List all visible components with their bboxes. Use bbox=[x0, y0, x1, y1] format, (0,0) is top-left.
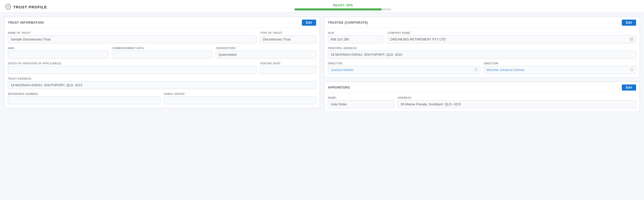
progress-bar-track bbox=[294, 8, 391, 10]
abn-input[interactable] bbox=[8, 51, 108, 59]
director1-label: DIRECTOR: bbox=[328, 62, 480, 65]
vesting-date-label: VESTING DATE: bbox=[260, 62, 316, 65]
trustee-corporate-title: TRUSTEE (CORPORATE) bbox=[328, 21, 368, 24]
dates-of-variation-input[interactable] bbox=[8, 66, 256, 74]
acn-label: ACN: bbox=[328, 32, 384, 34]
company-name-label: COMPANY NAME: bbox=[388, 32, 636, 34]
reference-number-label: REFERENCE NUMBER: bbox=[8, 93, 160, 95]
reference-number-group: REFERENCE NUMBER: bbox=[8, 93, 160, 104]
svg-rect-1 bbox=[474, 69, 477, 71]
svg-rect-0 bbox=[630, 38, 633, 41]
name-of-trust-label: NAME OF TRUST: bbox=[8, 32, 256, 34]
type-of-trust-group: TYPE OF TRUST: bbox=[260, 32, 316, 43]
reference-family-row: REFERENCE NUMBER: FAMILY GROUP: bbox=[8, 93, 316, 104]
trust-address-group: TRUST ADDRESS: bbox=[8, 77, 316, 89]
vesting-date-input[interactable] bbox=[260, 66, 316, 74]
trust-address-row: TRUST ADDRESS: bbox=[8, 77, 316, 89]
acn-input[interactable] bbox=[328, 35, 384, 43]
appointors-title: APPOINTORS bbox=[328, 86, 350, 89]
director2-input[interactable] bbox=[484, 66, 636, 74]
building-icon bbox=[629, 37, 634, 41]
trust-information-card: TRUST INFORMATION Edit NAME OF TRUST: TY… bbox=[4, 17, 320, 108]
acn-group: ACN: bbox=[328, 32, 384, 43]
main-content: TRUST INFORMATION Edit NAME OF TRUST: TY… bbox=[0, 13, 644, 116]
trust-information-header: TRUST INFORMATION Edit bbox=[4, 17, 320, 28]
company-name-group: COMPANY NAME: bbox=[388, 32, 636, 43]
jurisdiction-group: JURISDICTION: bbox=[216, 47, 316, 59]
appointors-name-label: NAME: bbox=[328, 96, 394, 99]
type-of-trust-label: TYPE OF TRUST: bbox=[260, 32, 316, 34]
abn-label: ABN: bbox=[8, 47, 108, 50]
principal-address-label: PRINCIPAL ADDRESS: bbox=[328, 47, 636, 50]
directors-row: DIRECTOR: DIRECTOR: bbox=[328, 62, 636, 74]
company-name-input[interactable] bbox=[388, 35, 636, 43]
director1-input-wrapper bbox=[328, 66, 480, 74]
trust-information-edit-button[interactable]: Edit bbox=[302, 20, 316, 26]
family-group-input[interactable] bbox=[164, 96, 316, 104]
appointors-card: APPOINTORS Edit NAME: ADDRESS: bbox=[324, 82, 640, 112]
appointors-body: NAME: ADDRESS: bbox=[324, 93, 640, 112]
dates-of-variation-label: DATES OF VARIATION (IF APPLICABLE): bbox=[8, 62, 256, 65]
progress-label: READY: 90% bbox=[333, 4, 353, 7]
trust-information-title: TRUST INFORMATION bbox=[8, 21, 44, 24]
app-header: TRUST PROFILE READY: 90% bbox=[0, 0, 644, 13]
appointors-address-label: ADDRESS: bbox=[398, 96, 636, 99]
director2-lock-icon bbox=[630, 68, 634, 72]
type-of-trust-input[interactable] bbox=[260, 35, 316, 43]
commencement-date-input[interactable] bbox=[112, 51, 212, 59]
jurisdiction-label: JURISDICTION: bbox=[216, 47, 316, 50]
appointors-name-address-row: NAME: ADDRESS: bbox=[328, 96, 636, 108]
dates-of-variation-group: DATES OF VARIATION (IF APPLICABLE): bbox=[8, 62, 256, 74]
principal-address-group: PRINCIPAL ADDRESS: bbox=[328, 47, 636, 59]
director2-input-wrapper bbox=[484, 66, 636, 74]
commencement-date-label: COMMENCEMENT DATE: bbox=[112, 47, 212, 50]
appointors-address-group: ADDRESS: bbox=[398, 96, 636, 108]
family-group-label: FAMILY GROUP: bbox=[164, 93, 316, 95]
appointors-name-input[interactable] bbox=[328, 100, 394, 108]
name-of-trust-group: NAME OF TRUST: bbox=[8, 32, 256, 43]
appointors-header: APPOINTORS Edit bbox=[324, 82, 640, 93]
director1-input[interactable] bbox=[328, 66, 480, 74]
commencement-date-group: COMMENCEMENT DATE: bbox=[112, 47, 212, 59]
abn-group: ABN: bbox=[8, 47, 108, 59]
director1-group: DIRECTOR: bbox=[328, 62, 480, 74]
page-title: TRUST PROFILE bbox=[13, 5, 47, 9]
director1-lock-icon bbox=[474, 68, 478, 72]
appointors-edit-button[interactable]: Edit bbox=[622, 84, 636, 91]
trust-address-input[interactable] bbox=[8, 81, 316, 89]
trustee-corporate-header: TRUSTEE (CORPORATE) Edit bbox=[324, 17, 640, 28]
trust-name-type-row: NAME OF TRUST: TYPE OF TRUST: bbox=[8, 32, 316, 43]
right-panel: TRUSTEE (CORPORATE) Edit ACN: COMPANY NA… bbox=[324, 17, 640, 112]
director2-label: DIRECTOR: bbox=[484, 62, 636, 65]
appointors-address-input[interactable] bbox=[398, 100, 636, 108]
appointors-name-group: NAME: bbox=[328, 96, 394, 108]
trustee-corporate-edit-button[interactable]: Edit bbox=[622, 20, 636, 26]
progress-bar-fill bbox=[294, 8, 382, 10]
acn-company-row: ACN: COMPANY NAME: bbox=[328, 32, 636, 43]
svg-rect-2 bbox=[630, 69, 633, 71]
reference-number-input[interactable] bbox=[8, 96, 160, 104]
company-name-input-wrapper bbox=[388, 35, 636, 43]
name-of-trust-input[interactable] bbox=[8, 35, 256, 43]
jurisdiction-input[interactable] bbox=[216, 51, 316, 59]
trust-address-label: TRUST ADDRESS: bbox=[8, 77, 316, 80]
family-group-group: FAMILY GROUP: bbox=[164, 93, 316, 104]
director2-group: DIRECTOR: bbox=[484, 62, 636, 74]
progress-section: READY: 90% bbox=[47, 4, 639, 10]
principal-address-input[interactable] bbox=[328, 51, 636, 59]
trustee-corporate-card: TRUSTEE (CORPORATE) Edit ACN: COMPANY NA… bbox=[324, 17, 640, 78]
trust-information-body: NAME OF TRUST: TYPE OF TRUST: ABN: bbox=[4, 28, 320, 108]
trust-icon bbox=[5, 4, 11, 10]
left-panel: TRUST INFORMATION Edit NAME OF TRUST: TY… bbox=[4, 17, 320, 112]
variation-vesting-row: DATES OF VARIATION (IF APPLICABLE): VEST… bbox=[8, 62, 316, 74]
abn-date-jurisdiction-row: ABN: COMMENCEMENT DATE: JURISDICTION: bbox=[8, 47, 316, 59]
vesting-date-group: VESTING DATE: bbox=[260, 62, 316, 74]
header-logo: TRUST PROFILE bbox=[5, 4, 47, 10]
trustee-corporate-body: ACN: COMPANY NAME: bbox=[324, 28, 640, 77]
principal-address-row: PRINCIPAL ADDRESS: bbox=[328, 47, 636, 59]
